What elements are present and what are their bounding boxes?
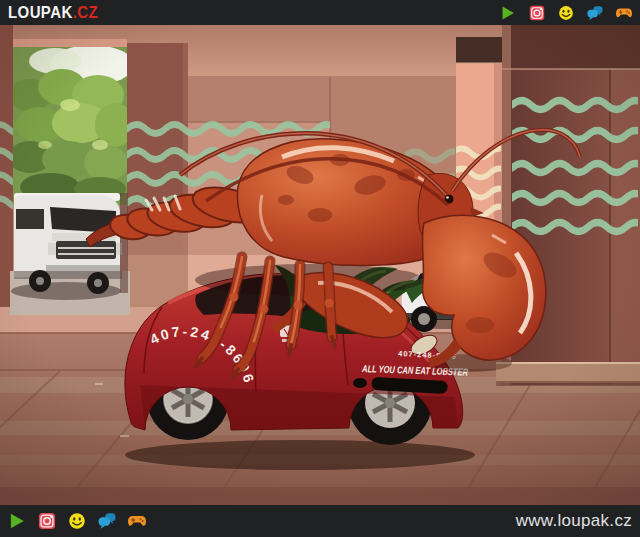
instagram-icon[interactable] <box>38 512 56 530</box>
header-bar: LOUPAK.CZ <box>0 0 640 25</box>
gamepad-icon[interactable] <box>616 5 632 21</box>
header-nav <box>500 5 632 21</box>
loupak-page: LOUPAK.CZ <box>0 0 640 537</box>
footer-bar: www.loupak.cz <box>0 505 640 537</box>
site-url: www.loupak.cz <box>516 511 632 531</box>
logo-text-main: LOUPAK <box>8 5 73 21</box>
chat-icon[interactable] <box>98 512 116 530</box>
smiley-icon[interactable] <box>558 5 574 21</box>
instagram-icon[interactable] <box>529 5 545 21</box>
chat-icon[interactable] <box>587 5 603 21</box>
site-logo[interactable]: LOUPAK.CZ <box>8 5 98 21</box>
logo-text-suffix: .CZ <box>73 5 98 21</box>
play-icon[interactable] <box>8 512 26 530</box>
photo-lobster-car[interactable]: 407-248-8606 407-248-8606 ALL YOU CAN EA… <box>0 25 640 505</box>
photo-vignette <box>0 25 640 505</box>
smiley-icon[interactable] <box>68 512 86 530</box>
gamepad-icon[interactable] <box>128 512 146 530</box>
footer-nav <box>8 512 146 530</box>
play-icon[interactable] <box>500 5 516 21</box>
